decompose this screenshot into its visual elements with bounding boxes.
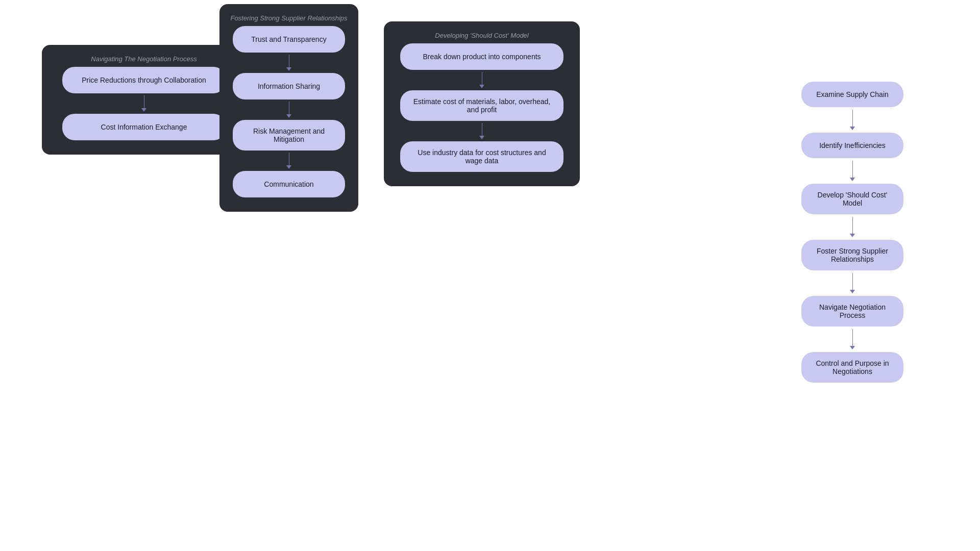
main-node-1: Identify Inefficiencies <box>801 133 903 158</box>
arrow-2-3 <box>286 151 291 171</box>
arrow-1 <box>141 93 146 114</box>
main-arrow-4 <box>850 327 855 352</box>
arrow-3-2 <box>479 121 484 141</box>
card3-flow: Break down product into components Estim… <box>394 43 570 172</box>
main-arrow-3 <box>850 270 855 296</box>
fostering-supplier-card: Fostering Strong Supplier Relationships … <box>219 4 358 212</box>
node-price-reductions: Price Reductions through Collaboration <box>62 67 226 93</box>
should-cost-card: Developing 'Should Cost' Model Break dow… <box>384 21 580 186</box>
node-risk-management: Risk Management and Mitigation <box>233 120 345 151</box>
arrow-2-1 <box>286 53 291 73</box>
main-arrow-0 <box>850 107 855 133</box>
card1-title: Navigating The Negotiation Process <box>54 55 234 63</box>
node-industry-data: Use industry data for cost structures an… <box>400 141 564 172</box>
card2-flow: Trust and Transparency Information Shari… <box>230 26 348 197</box>
main-flow: Examine Supply Chain Identify Inefficien… <box>796 82 909 383</box>
card3-title: Developing 'Should Cost' Model <box>394 32 570 39</box>
navigating-negotiation-card: Navigating The Negotiation Process Price… <box>42 45 246 155</box>
main-arrow-2 <box>850 214 855 240</box>
node-communication: Communication <box>233 171 345 197</box>
card1-flow: Price Reductions through Collaboration C… <box>54 67 234 140</box>
node-estimate-cost: Estimate cost of materials, labor, overh… <box>400 90 564 121</box>
arrow-3-1 <box>479 70 484 90</box>
node-cost-information: Cost Information Exchange <box>62 114 226 140</box>
node-break-down: Break down product into components <box>400 43 564 70</box>
main-node-2: Develop 'Should Cost' Model <box>801 184 903 214</box>
main-node-3: Foster Strong Supplier Relationships <box>801 240 903 270</box>
arrow-2-2 <box>286 99 291 120</box>
node-information-sharing: Information Sharing <box>233 73 345 99</box>
main-arrow-1 <box>850 158 855 184</box>
card2-title: Fostering Strong Supplier Relationships <box>230 14 348 22</box>
node-trust-transparency: Trust and Transparency <box>233 26 345 53</box>
main-node-4: Navigate Negotiation Process <box>801 296 903 327</box>
main-node-5: Control and Purpose in Negotiations <box>801 352 903 383</box>
main-node-0: Examine Supply Chain <box>801 82 903 107</box>
